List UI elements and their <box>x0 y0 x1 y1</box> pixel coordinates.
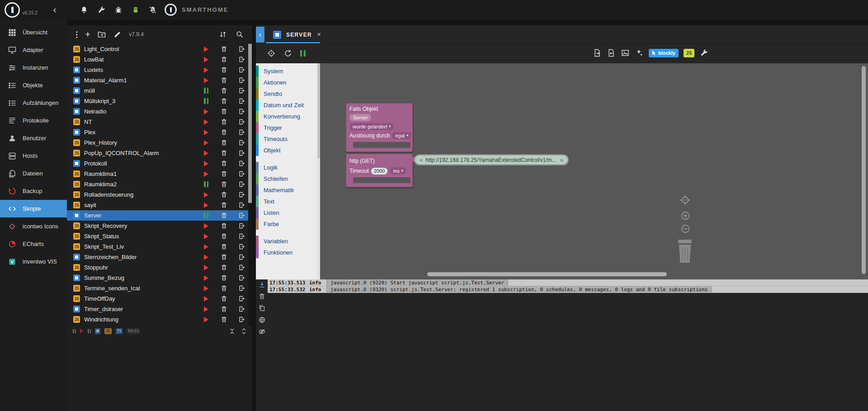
start-script-button[interactable] <box>199 255 213 260</box>
sidebar-item-protokolle[interactable]: Protokolle <box>0 112 67 129</box>
filter-blockly-button[interactable] <box>95 328 100 334</box>
sidebar-item-inventwo-vis[interactable]: inventwo VIS <box>0 253 67 270</box>
delete-script-button[interactable] <box>217 66 231 74</box>
script-row[interactable]: JS Skript_Recovery <box>67 221 248 231</box>
toolbox-category[interactable]: Mathematik <box>256 184 320 196</box>
sidebar-item-hosts[interactable]: Hosts <box>0 147 67 165</box>
open-script-button[interactable] <box>235 305 248 313</box>
scrollbar-thumb[interactable] <box>248 44 252 203</box>
sidebar-item-skripte[interactable]: Skripte <box>0 200 67 217</box>
script-list-scrollbar[interactable] <box>248 44 252 326</box>
mute-notifications-button[interactable] <box>148 5 157 14</box>
sidebar-item-echarts[interactable]: ECharts <box>0 235 67 253</box>
blockly-mode-toggle[interactable]: blockly <box>649 49 679 57</box>
filter-running-button[interactable] <box>80 329 84 333</box>
toolbox-category[interactable]: Datum und Zeit <box>256 99 320 111</box>
edit-button[interactable] <box>113 30 122 39</box>
open-script-button[interactable] <box>235 160 248 167</box>
open-script-button[interactable] <box>235 180 248 188</box>
open-script-button[interactable] <box>235 170 248 178</box>
toolbox-category[interactable]: Funktionen <box>256 247 320 258</box>
start-script-button[interactable] <box>199 67 213 73</box>
open-script-button[interactable] <box>235 243 248 250</box>
toolbox-category[interactable]: Konvertierung <box>256 111 320 122</box>
block-on-change-trigger[interactable]: Falls Objekt Server wurde geändert▾ Ausl… <box>346 103 413 152</box>
open-script-button[interactable] <box>235 222 248 230</box>
collapse-list-button[interactable]: ‹ <box>256 27 264 43</box>
url-value[interactable]: http://192.168.178.25/YamahaExtendedCont… <box>425 157 557 163</box>
open-script-button[interactable] <box>235 212 248 219</box>
filter-stopped-button[interactable] <box>88 329 91 333</box>
script-row[interactable]: JS Raumklima1 <box>67 169 248 179</box>
script-row[interactable]: JS LowBat <box>67 54 248 65</box>
autoscroll-log-button[interactable] <box>258 281 266 288</box>
delete-script-button[interactable] <box>217 201 231 209</box>
sidebar-item-backup[interactable]: Backup <box>0 182 67 200</box>
toolbox-scrollbar[interactable] <box>317 63 320 279</box>
import-blocks-button[interactable] <box>607 48 616 57</box>
restart-script-button[interactable] <box>283 49 292 58</box>
open-script-button[interactable] <box>235 316 248 323</box>
delete-script-button[interactable] <box>217 232 231 240</box>
object-id-field[interactable]: Server <box>349 114 371 121</box>
toolbox-category[interactable]: Listen <box>256 207 320 218</box>
delete-script-button[interactable] <box>217 139 231 146</box>
open-script-button[interactable] <box>235 253 248 261</box>
delete-script-button[interactable] <box>217 222 231 230</box>
host-update-button[interactable] <box>131 5 140 14</box>
script-row[interactable]: JS Müllskript_3 <box>67 96 248 106</box>
script-row[interactable]: JS Netradio <box>67 106 248 117</box>
pause-script-button[interactable] <box>300 50 306 57</box>
sidebar-item-instanzen[interactable]: Instanzen <box>0 59 67 76</box>
open-script-button[interactable] <box>235 108 248 115</box>
event-dropdown[interactable]: wurde geändert▾ <box>349 123 394 130</box>
filter-rules-button[interactable]: RULES <box>127 328 140 334</box>
block-http-get[interactable]: http (GET) Timeout2000ms▾ <box>346 154 413 187</box>
script-row[interactable]: JS Termine_senden_Ical <box>67 283 248 293</box>
collapse-all-button[interactable] <box>228 327 236 335</box>
delete-script-button[interactable] <box>217 97 231 105</box>
notifications-button[interactable] <box>80 5 89 14</box>
open-script-button[interactable] <box>235 128 248 136</box>
open-script-button[interactable] <box>235 66 248 74</box>
zoom-in-button[interactable] <box>680 211 690 221</box>
timeout-value-field[interactable]: 2000 <box>371 168 387 175</box>
open-script-button[interactable] <box>235 87 248 94</box>
delete-script-button[interactable] <box>217 108 231 115</box>
pause-script-button[interactable] <box>199 181 213 187</box>
js-mode-toggle[interactable]: JS <box>684 49 694 57</box>
toolbox-category[interactable]: System <box>256 66 320 77</box>
pause-script-button[interactable] <box>199 88 213 94</box>
maintenance-button[interactable] <box>97 5 106 14</box>
start-script-button[interactable] <box>199 57 213 62</box>
export-blocks-button[interactable] <box>593 48 602 57</box>
beautify-button[interactable] <box>635 48 644 57</box>
start-script-button[interactable] <box>199 161 213 166</box>
collapse-menu-button[interactable]: ‹ <box>49 4 61 15</box>
script-row[interactable]: JS Server <box>67 210 248 221</box>
script-row[interactable]: JS Sternzeichen_Bilder <box>67 252 248 262</box>
log-source-button[interactable] <box>258 316 266 324</box>
workspace-hscrollbar[interactable] <box>427 272 667 276</box>
debug-button[interactable] <box>114 5 123 14</box>
script-row[interactable]: JS PopUp_IQCONTROL_Alarm <box>67 148 248 158</box>
pause-script-button[interactable] <box>199 98 213 104</box>
script-row[interactable]: JS sayit <box>67 200 248 210</box>
hide-log-button[interactable] <box>258 328 266 335</box>
start-script-button[interactable] <box>199 286 213 291</box>
delete-script-button[interactable] <box>217 284 231 292</box>
open-script-button[interactable] <box>235 191 248 198</box>
toolbox-category[interactable]: Trigger <box>256 122 320 133</box>
delete-script-button[interactable] <box>217 87 231 94</box>
open-script-button[interactable] <box>235 76 248 84</box>
filter-js-button[interactable]: JS <box>104 328 112 334</box>
tab-server[interactable]: SERVER ✕ <box>268 25 326 44</box>
delete-script-button[interactable] <box>217 118 231 126</box>
open-script-button[interactable] <box>235 284 248 292</box>
settings-button[interactable] <box>699 48 708 57</box>
script-row[interactable]: JS Rolladensteuerung <box>67 189 248 200</box>
open-script-button[interactable] <box>235 45 248 53</box>
delete-script-button[interactable] <box>217 128 231 136</box>
start-script-button[interactable] <box>199 119 213 125</box>
toolbox-category[interactable]: Sendto <box>256 88 320 99</box>
